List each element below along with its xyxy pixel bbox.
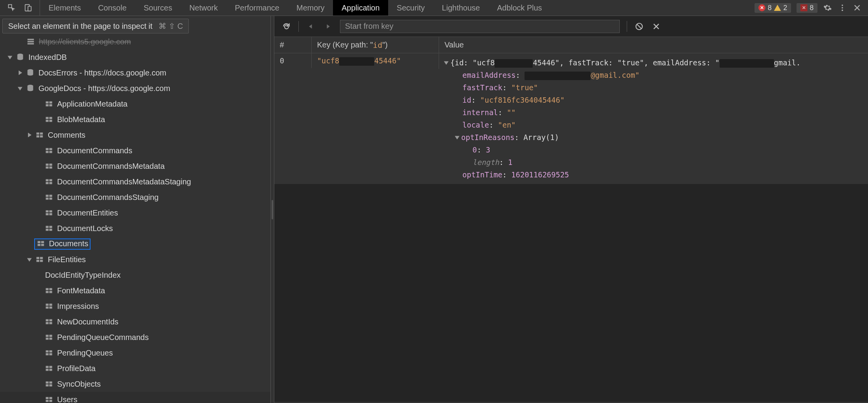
- store-blobmetadata[interactable]: BlobMetadata: [0, 112, 270, 127]
- store-comments[interactable]: Comments: [0, 127, 270, 143]
- page-prev-icon: [306, 21, 316, 32]
- store-users[interactable]: Users: [0, 392, 270, 403]
- summary-fragment: {id: "ucf8: [450, 58, 495, 67]
- sidebar-hidden-origin[interactable]: https://clients5.google.com: [0, 34, 270, 49]
- tab-adblock-plus[interactable]: Adblock Plus: [488, 0, 551, 16]
- store-applicationmetadata[interactable]: ApplicationMetadata: [0, 96, 270, 112]
- store-documentcommandsmetadata[interactable]: DocumentCommandsMetadata: [0, 158, 270, 174]
- svg-rect-81: [49, 382, 52, 384]
- prop-value: 3: [486, 145, 490, 154]
- svg-rect-68: [46, 335, 49, 337]
- application-sidebar[interactable]: https://clients5.google.com IndexedDB Do…: [0, 16, 270, 403]
- tab-console[interactable]: Console: [89, 0, 135, 16]
- store-label: SyncObjects: [57, 380, 101, 389]
- table-icon: [45, 209, 53, 217]
- svg-rect-70: [46, 338, 49, 340]
- column-index[interactable]: #: [274, 37, 312, 53]
- database-icon: [16, 53, 24, 61]
- store-profiledata[interactable]: ProfileData: [0, 361, 270, 376]
- key-fragment: 45446": [374, 56, 401, 65]
- tab-security[interactable]: Security: [388, 0, 433, 16]
- column-key[interactable]: Key (Key path: "id"): [312, 37, 439, 53]
- svg-rect-85: [49, 397, 52, 399]
- store-documentcommandsstaging[interactable]: DocumentCommandsStaging: [0, 189, 270, 205]
- delete-selected-icon[interactable]: [651, 21, 661, 32]
- svg-rect-2: [28, 6, 31, 11]
- svg-rect-44: [46, 226, 49, 228]
- toolbar-right: ✕ 8 2 ✕ 8: [755, 0, 868, 16]
- console-errors-warnings-badge[interactable]: ✕ 8 2: [755, 3, 791, 13]
- refresh-icon[interactable]: [281, 21, 291, 32]
- chevron-right-icon: [19, 70, 22, 75]
- tab-memory[interactable]: Memory: [288, 0, 333, 16]
- prop-key: emailAddress: [462, 71, 516, 79]
- empty-area: [274, 184, 868, 402]
- settings-gear-icon[interactable]: [823, 3, 832, 12]
- database-icon: [26, 68, 35, 77]
- tab-elements[interactable]: Elements: [40, 0, 89, 16]
- chevron-down-icon[interactable]: [455, 136, 460, 140]
- prop-key: optInReasons: [461, 133, 514, 142]
- chevron-down-icon[interactable]: [444, 61, 449, 65]
- extension-error-icon: ✕: [800, 4, 807, 11]
- store-syncobjects[interactable]: SyncObjects: [0, 376, 270, 392]
- devtools-tabs: Elements Console Sources Network Perform…: [40, 0, 551, 16]
- store-documents[interactable]: Documents: [0, 236, 270, 252]
- clear-object-store-icon[interactable]: [634, 21, 644, 32]
- store-pendingqueuecommands[interactable]: PendingQueueCommands: [0, 329, 270, 345]
- tooltip-text: Select an element in the page to inspect…: [8, 22, 152, 31]
- indexeddb-content: # Key (Key path: "id") Value 0 "ucf84544…: [274, 16, 868, 403]
- more-menu-icon[interactable]: [838, 3, 847, 12]
- svg-rect-79: [49, 369, 52, 371]
- svg-rect-73: [49, 350, 52, 353]
- table-icon: [45, 395, 53, 403]
- tab-application[interactable]: Application: [333, 0, 388, 16]
- tab-network[interactable]: Network: [181, 0, 226, 16]
- svg-rect-82: [46, 384, 49, 387]
- tab-sources[interactable]: Sources: [135, 0, 181, 16]
- store-fontmetadata[interactable]: FontMetadata: [0, 283, 270, 298]
- store-documentcommands[interactable]: DocumentCommands: [0, 143, 270, 158]
- table-icon: [45, 364, 53, 373]
- start-from-key-input[interactable]: [340, 20, 620, 33]
- store-impressions[interactable]: Impressions: [0, 298, 270, 314]
- redacted: [495, 59, 533, 68]
- store-label: NewDocumentIds: [57, 317, 119, 326]
- svg-rect-14: [46, 104, 49, 107]
- svg-rect-19: [49, 120, 52, 122]
- tab-lighthouse[interactable]: Lighthouse: [433, 0, 488, 16]
- store-documententities[interactable]: DocumentEntities: [0, 205, 270, 221]
- store-label: PendingQueueCommands: [57, 333, 149, 342]
- index-label: DocIdEntityTypeIndex: [45, 271, 121, 280]
- prop-value: "ucf816fc364045446": [480, 96, 565, 104]
- sidebar-splitter[interactable]: [270, 16, 274, 403]
- index-docidentitytypeindex[interactable]: DocIdEntityTypeIndex: [0, 267, 270, 283]
- sidebar-section-indexeddb[interactable]: IndexedDB: [0, 49, 270, 65]
- store-label: Impressions: [57, 302, 99, 311]
- table-icon: [45, 380, 53, 388]
- svg-rect-39: [49, 198, 52, 200]
- store-newdocumentids[interactable]: NewDocumentIds: [0, 314, 270, 329]
- prop-key: internal: [462, 108, 498, 117]
- store-pendingqueues[interactable]: PendingQueues: [0, 345, 270, 361]
- svg-rect-33: [49, 179, 52, 182]
- store-label: ProfileData: [57, 364, 96, 373]
- table-row[interactable]: 0 "ucf845446" {id: "ucf845446", fastTrac…: [274, 53, 868, 184]
- sidebar-db-googledocs[interactable]: GoogleDocs - https://docs.google.com: [0, 81, 270, 96]
- tab-performance[interactable]: Performance: [227, 0, 288, 16]
- storage-tree: https://clients5.google.com IndexedDB Do…: [0, 16, 270, 403]
- svg-rect-28: [46, 164, 49, 166]
- column-value[interactable]: Value: [439, 37, 868, 53]
- key-fragment: "ucf8: [317, 56, 339, 65]
- inspect-element-icon[interactable]: [7, 3, 16, 12]
- svg-rect-23: [40, 135, 43, 138]
- close-devtools-icon[interactable]: [852, 3, 862, 12]
- table-icon: [45, 162, 53, 170]
- store-documentcommandsmetadatastaging[interactable]: DocumentCommandsMetadataStaging: [0, 174, 270, 189]
- table-icon: [45, 286, 53, 295]
- extension-errors-badge[interactable]: ✕ 8: [797, 3, 817, 13]
- sidebar-db-docserrors[interactable]: DocsErrors - https://docs.google.com: [0, 65, 270, 81]
- device-toggle-icon[interactable]: [23, 3, 33, 12]
- store-documentlocks[interactable]: DocumentLocks: [0, 221, 270, 236]
- store-fileentities[interactable]: FileEntities: [0, 252, 270, 267]
